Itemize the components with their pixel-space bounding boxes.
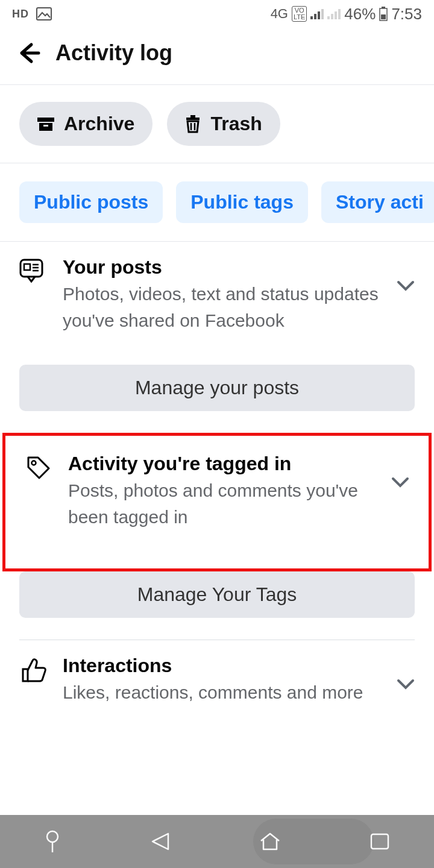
filter-tabs: Public posts Public tags Story acti <box>0 163 434 241</box>
nav-voice-icon[interactable] <box>44 829 61 854</box>
action-pills: Archive Trash <box>0 85 434 163</box>
svg-point-25 <box>47 831 58 842</box>
svg-rect-4 <box>321 9 324 19</box>
svg-rect-2 <box>314 14 316 19</box>
tab-public-tags[interactable]: Public tags <box>176 181 308 223</box>
your-posts-desc: Photos, videos, text and status updates … <box>63 281 382 333</box>
manage-posts-button[interactable]: Manage your posts <box>19 365 415 411</box>
image-icon <box>36 7 52 20</box>
thumbs-up-icon <box>19 657 48 684</box>
network-type: 4G <box>271 6 288 22</box>
manage-tags-button[interactable]: Manage Your Tags <box>19 571 415 618</box>
svg-rect-5 <box>327 16 330 19</box>
page-header: Activity log <box>0 28 434 84</box>
svg-rect-20 <box>24 264 30 270</box>
svg-rect-12 <box>37 118 54 122</box>
volte-icon: VOLTE <box>292 6 307 22</box>
tab-public-posts[interactable]: Public posts <box>19 181 163 223</box>
trash-label: Trash <box>210 113 262 135</box>
section-your-posts[interactable]: Your posts Photos, videos, text and stat… <box>0 242 434 348</box>
svg-rect-8 <box>338 9 341 19</box>
section-interactions[interactable]: Interactions Likes, reactions, comments … <box>0 640 434 720</box>
nav-back-icon[interactable] <box>149 831 171 852</box>
svg-rect-6 <box>331 14 333 19</box>
svg-rect-14 <box>43 125 48 127</box>
back-icon[interactable] <box>14 40 41 66</box>
hd-indicator: HD <box>12 8 29 20</box>
battery-percent: 46% <box>344 5 376 24</box>
page-title: Activity log <box>55 40 172 66</box>
battery-icon <box>379 7 388 21</box>
archive-button[interactable]: Archive <box>19 102 153 146</box>
archive-icon <box>37 116 54 132</box>
tagged-title: Activity you're tagged in <box>68 453 377 475</box>
newspaper-icon <box>19 259 48 283</box>
svg-rect-16 <box>190 115 195 118</box>
android-nav-bar <box>0 815 434 868</box>
clock: 7:53 <box>391 5 422 24</box>
your-posts-title: Your posts <box>63 256 382 278</box>
price-tag-icon <box>25 455 54 482</box>
interactions-desc: Likes, reactions, comments and more <box>63 679 382 706</box>
svg-rect-1 <box>310 16 313 19</box>
chevron-down-icon <box>397 280 415 291</box>
svg-rect-11 <box>381 14 386 19</box>
signal-icon <box>310 8 324 19</box>
nav-home-icon[interactable] <box>259 831 281 852</box>
highlighted-section: Activity you're tagged in Posts, photos … <box>2 433 432 571</box>
trash-button[interactable]: Trash <box>167 102 280 146</box>
svg-rect-15 <box>186 118 200 120</box>
chevron-down-icon <box>391 477 409 488</box>
nav-recent-icon[interactable] <box>370 832 390 851</box>
interactions-title: Interactions <box>63 655 382 677</box>
chevron-down-icon <box>397 679 415 690</box>
trash-icon <box>185 115 201 133</box>
svg-rect-3 <box>318 11 320 19</box>
status-bar: HD 4G VOLTE 46% 7:53 <box>0 0 434 28</box>
svg-rect-7 <box>335 11 337 19</box>
archive-label: Archive <box>64 113 134 135</box>
signal-icon-2 <box>327 8 341 19</box>
tagged-desc: Posts, photos and comments you've been t… <box>68 477 377 530</box>
tab-story-activity[interactable]: Story acti <box>321 181 434 223</box>
section-tagged[interactable]: Activity you're tagged in Posts, photos … <box>5 436 429 544</box>
svg-rect-27 <box>371 834 388 849</box>
svg-point-24 <box>32 461 36 465</box>
svg-rect-13 <box>39 123 52 131</box>
